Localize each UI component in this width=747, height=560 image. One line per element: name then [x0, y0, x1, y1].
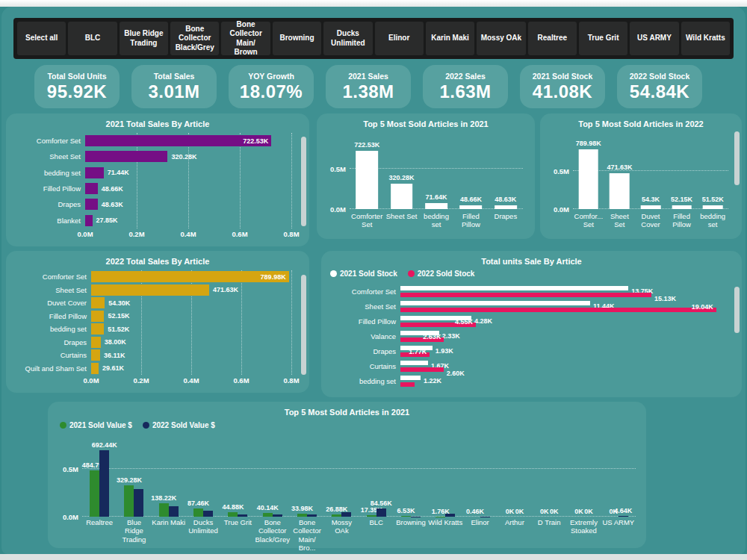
chart-scrollbar[interactable]: [301, 275, 306, 375]
bar[interactable]: [134, 489, 143, 517]
bar[interactable]: [376, 508, 386, 517]
bar[interactable]: [672, 205, 692, 209]
bar[interactable]: [400, 293, 651, 297]
bar[interactable]: 19.04K: [400, 308, 716, 312]
bar[interactable]: [85, 167, 104, 178]
bar[interactable]: [91, 349, 100, 361]
bar[interactable]: [332, 514, 341, 517]
bar[interactable]: [391, 184, 413, 209]
bar[interactable]: [91, 311, 104, 322]
legend-item[interactable]: 2022 Sold Value $: [143, 421, 215, 429]
legend-item[interactable]: 2021 Sold Stock: [330, 270, 397, 278]
filter-button-elinor[interactable]: Elinor: [375, 22, 424, 55]
bar[interactable]: [85, 199, 98, 210]
bar[interactable]: [85, 183, 98, 194]
bar[interactable]: [91, 337, 101, 348]
bar[interactable]: [578, 149, 598, 209]
kpi-label: Total Sold Units: [34, 72, 120, 81]
filter-button-bone-collector-main-brown[interactable]: Bone Collector Main/ Brown: [221, 22, 270, 55]
bar[interactable]: [367, 515, 376, 517]
bar[interactable]: [445, 514, 455, 517]
bar-row: Filled Pillow48.66K: [13, 183, 291, 194]
filter-button-blc[interactable]: BLC: [68, 22, 117, 55]
filter-button-us-army[interactable]: US ARMY: [630, 22, 678, 55]
bar[interactable]: [203, 511, 213, 517]
filter-button-select-all[interactable]: Select all: [17, 22, 66, 55]
bar[interactable]: [297, 514, 307, 517]
bar[interactable]: [400, 382, 415, 387]
bar-row: Drapes38.00K: [13, 337, 291, 348]
bar-wrap: [169, 445, 179, 517]
bar[interactable]: [228, 512, 238, 517]
chart-scrollbar[interactable]: [734, 287, 740, 333]
filter-button-karin-maki[interactable]: Karin Maki: [426, 22, 474, 55]
bar[interactable]: [159, 503, 169, 517]
bar[interactable]: 722.53K: [85, 135, 271, 146]
bar[interactable]: 789.98K: [91, 271, 289, 282]
category-label: Blanket: [13, 217, 85, 225]
bar[interactable]: [400, 301, 590, 305]
bar[interactable]: [460, 205, 483, 209]
value-label: 320.28K: [389, 174, 415, 181]
value-label: 48.63K: [495, 196, 516, 203]
bar[interactable]: [401, 516, 411, 517]
category-label: Duvet Cover: [635, 212, 666, 234]
bar[interactable]: [193, 508, 203, 517]
bar[interactable]: [238, 514, 247, 517]
category-label: Curtains: [330, 362, 400, 370]
bar[interactable]: [641, 205, 661, 209]
filter-button-true-grit[interactable]: True Grit: [579, 22, 627, 55]
filter-button-bone-collector-black-grey[interactable]: Bone Collector Black/Grey: [170, 22, 219, 55]
bar[interactable]: [400, 376, 421, 380]
bar[interactable]: [169, 506, 179, 517]
legend-item[interactable]: 2021 Sold Value $: [60, 421, 132, 429]
filter-button-realtree[interactable]: Realtree: [528, 22, 577, 55]
bar[interactable]: [400, 286, 628, 290]
bar[interactable]: [91, 297, 105, 308]
bar[interactable]: [273, 514, 282, 517]
bar[interactable]: 4.55K: [400, 323, 476, 327]
bar[interactable]: [85, 215, 93, 226]
chart-scrollbar[interactable]: [301, 137, 306, 226]
bar[interactable]: [610, 173, 630, 209]
value-label: 0K: [506, 508, 515, 515]
column-slot: 44.88K: [220, 445, 255, 517]
bar[interactable]: [91, 323, 104, 335]
bar[interactable]: [91, 363, 99, 374]
legend-item[interactable]: 2022 Sold Stock: [408, 270, 475, 278]
bar[interactable]: [400, 361, 428, 365]
filter-button-mossy-oak[interactable]: Mossy OAk: [477, 22, 525, 55]
bar[interactable]: [90, 470, 99, 517]
bar[interactable]: [307, 514, 317, 517]
column-slot: 0K0K: [566, 445, 601, 517]
bar[interactable]: [495, 205, 517, 209]
bar[interactable]: [356, 151, 378, 209]
bar-chart-2021-total-sales: Comforter Set722.53KSheet Set320.28Kbedd…: [13, 133, 291, 240]
filter-button-blue-ridge-trading[interactable]: Blue Ridge Trading: [120, 22, 168, 55]
bar[interactable]: [425, 203, 447, 209]
bar-track: 1.93K1.77K: [400, 345, 724, 358]
bar[interactable]: [85, 151, 167, 162]
bar[interactable]: [124, 485, 134, 517]
bar[interactable]: [400, 367, 444, 372]
bar-row: Duvet Cover54.30K: [13, 297, 291, 308]
bar-row: Comforter Set13.75K15.13K: [330, 285, 724, 298]
category-label: D Train: [532, 518, 566, 544]
chart-scrollbar[interactable]: [734, 131, 740, 185]
bar[interactable]: 2.63K: [400, 337, 444, 342]
page-bottom-edge: [0, 554, 747, 560]
bar[interactable]: [341, 512, 351, 517]
filter-button-browning[interactable]: Browning: [273, 22, 321, 55]
bar[interactable]: [703, 205, 723, 209]
bar-row: Drapes48.63K: [13, 199, 291, 210]
filter-button-wild-kratts[interactable]: Wild Kratts: [681, 22, 730, 55]
bar-track: 4.28K4.55K: [400, 315, 724, 328]
bar[interactable]: [99, 450, 109, 517]
kpi-label: 2021 Sold Stock: [520, 72, 605, 81]
bar[interactable]: [91, 284, 209, 296]
filter-button-ducks-unlimited[interactable]: Ducks Unlimited: [323, 22, 372, 55]
page-top-edge: [0, 0, 747, 7]
bar[interactable]: 1.77K: [400, 352, 430, 357]
bar[interactable]: [619, 516, 628, 517]
bar[interactable]: [263, 513, 273, 517]
